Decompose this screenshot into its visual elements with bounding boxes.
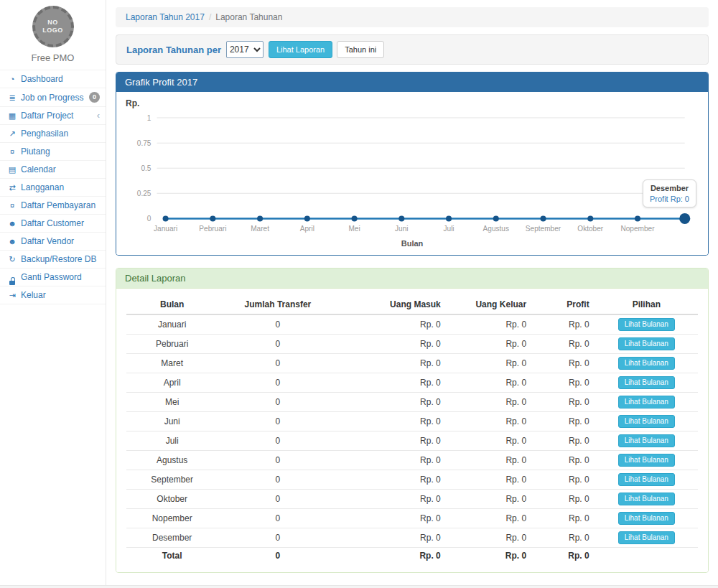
- table-cell: 0: [218, 373, 337, 392]
- table-cell: Rp. 0: [532, 431, 595, 450]
- sidebar-item-label: Daftar Vendor: [21, 236, 74, 246]
- lihat-bulanan-button[interactable]: Lihat Bulanan: [618, 434, 675, 447]
- table-cell: Mei: [126, 392, 218, 411]
- table-cell: Rp. 0: [338, 373, 447, 392]
- svg-text:September: September: [526, 225, 561, 233]
- table-cell-action: Lihat Bulanan: [595, 392, 698, 411]
- sidebar-item-daftar-vendor[interactable]: ☻Daftar Vendor: [0, 232, 106, 250]
- lihat-bulanan-button[interactable]: Lihat Bulanan: [618, 357, 675, 370]
- sidebar-menu: ◔Dashboard≣Job on Progress0▦Daftar Proje…: [0, 70, 106, 304]
- sidebar: NO LOGO Free PMO ◔Dashboard≣Job on Progr…: [0, 0, 106, 585]
- table-cell-action: Lihat Bulanan: [595, 334, 698, 353]
- sidebar-item-langganan[interactable]: ⇄Langganan: [0, 178, 106, 196]
- table-cell: 0: [218, 334, 337, 353]
- lihat-bulanan-button[interactable]: Lihat Bulanan: [618, 396, 675, 409]
- table-cell: Rp. 0: [447, 373, 532, 392]
- table-cell: Rp. 0: [532, 411, 595, 431]
- table-cell: 0: [218, 411, 337, 431]
- lihat-bulanan-button[interactable]: Lihat Bulanan: [618, 337, 675, 350]
- lihat-bulanan-button[interactable]: Lihat Bulanan: [618, 473, 675, 486]
- sidebar-item-keluar[interactable]: ⇥Keluar: [0, 286, 106, 304]
- table-cell: Rp. 0: [532, 353, 595, 373]
- sidebar-nav: ◔Dashboard≣Job on Progress0▦Daftar Proje…: [0, 70, 106, 304]
- tooltip-month: Desember: [650, 184, 689, 192]
- table-cell: Rp. 0: [447, 508, 532, 528]
- lihat-laporan-button[interactable]: Lihat Laporan: [269, 41, 332, 58]
- sidebar-item-dashboard[interactable]: ◔Dashboard: [0, 70, 106, 88]
- svg-text:Maret: Maret: [251, 225, 269, 233]
- lihat-bulanan-button[interactable]: Lihat Bulanan: [618, 493, 675, 505]
- sidebar-item-calendar[interactable]: ▤Calendar: [0, 160, 106, 178]
- table-row: Nopember0Rp. 0Rp. 0Rp. 0Lihat Bulanan: [126, 508, 698, 528]
- svg-text:0.5: 0.5: [141, 164, 151, 172]
- table-cell: Rp. 0: [532, 334, 595, 353]
- sidebar-item-daftar-customer[interactable]: ☻Daftar Customer: [0, 214, 106, 232]
- table-row: Mei0Rp. 0Rp. 0Rp. 0Lihat Bulanan: [126, 392, 698, 411]
- sidebar-item-penghasilan[interactable]: ↗Penghasilan: [0, 124, 106, 142]
- svg-text:Januari: Januari: [154, 225, 177, 233]
- table-header-row: BulanJumlah TransferUang MasukUang Kelua…: [126, 295, 698, 314]
- table-cell: Rp. 0: [338, 489, 447, 508]
- table-cell: Rp. 0: [338, 450, 447, 470]
- sidebar-item-label: Keluar: [21, 290, 46, 300]
- lihat-bulanan-button[interactable]: Lihat Bulanan: [618, 454, 675, 467]
- table-cell: Rp. 0: [447, 431, 532, 450]
- table-row: Oktober0Rp. 0Rp. 0Rp. 0Lihat Bulanan: [126, 489, 698, 508]
- table-cell: Rp. 0: [447, 314, 532, 335]
- table-cell: Agustus: [126, 450, 218, 470]
- app-window: NO LOGO Free PMO ◔Dashboard≣Job on Progr…: [0, 0, 718, 585]
- table-cell: Rp. 0: [447, 489, 532, 508]
- report-filter-bar: Laporan Tahunan per 2017 Lihat Laporan T…: [116, 34, 709, 65]
- svg-text:0: 0: [147, 215, 151, 223]
- table-cell-action: Lihat Bulanan: [595, 470, 698, 489]
- breadcrumb-link-laporan-tahun[interactable]: Laporan Tahun 2017: [126, 12, 205, 22]
- svg-text:0.75: 0.75: [137, 139, 151, 147]
- tahun-ini-button[interactable]: Tahun ini: [337, 41, 384, 58]
- table-cell: Rp. 0: [532, 489, 595, 508]
- sidebar-item-piutang[interactable]: ¤Piutang: [0, 142, 106, 160]
- table-cell: Rp. 0: [447, 411, 532, 431]
- sidebar-item-label: Job on Progress: [21, 93, 83, 103]
- column-header-profit: Profit: [532, 295, 595, 314]
- sidebar-item-label: Langganan: [21, 182, 64, 192]
- table-cell: Rp. 0: [447, 528, 532, 547]
- breadcrumb-current: Laporan Tahunan: [215, 12, 282, 22]
- sign-out-icon: ⇥: [6, 291, 18, 299]
- refresh-icon: ↻: [6, 255, 18, 263]
- sidebar-item-label: Backup/Restore DB: [21, 254, 96, 264]
- tasks-icon: ≣: [6, 93, 18, 102]
- lihat-bulanan-button[interactable]: Lihat Bulanan: [618, 531, 675, 544]
- sidebar-item-ganti-password[interactable]: Ganti Password: [0, 268, 106, 286]
- table-cell-action: Lihat Bulanan: [595, 411, 698, 431]
- table-cell: Juli: [126, 431, 218, 450]
- sidebar-item-daftar-pembayaran[interactable]: ¤Daftar Pembayaran: [0, 196, 106, 214]
- sidebar-item-label: Ganti Password: [21, 272, 82, 282]
- lihat-bulanan-button[interactable]: Lihat Bulanan: [618, 415, 675, 428]
- table-row: September0Rp. 0Rp. 0Rp. 0Lihat Bulanan: [126, 470, 698, 489]
- sidebar-item-job-on-progress[interactable]: ≣Job on Progress0: [0, 88, 106, 106]
- sidebar-item-backup-restore-db[interactable]: ↻Backup/Restore DB: [0, 250, 106, 268]
- sidebar-item-label: Calendar: [21, 164, 56, 174]
- lihat-bulanan-button[interactable]: Lihat Bulanan: [618, 318, 675, 331]
- app-logo: NO LOGO Free PMO: [0, 0, 106, 70]
- table-cell: 0: [218, 392, 337, 411]
- table-cell: 0: [218, 489, 337, 508]
- table-cell: Rp. 0: [532, 450, 595, 470]
- no-logo-badge: NO LOGO: [32, 6, 74, 47]
- year-select[interactable]: 2017: [226, 41, 264, 58]
- chart-panel-body: Rp. 00.250.50.751JanuariPebruariMaretApr…: [116, 92, 708, 255]
- table-cell: Rp. 0: [532, 470, 595, 489]
- line-chart-canvas[interactable]: 00.250.50.751JanuariPebruariMaretAprilMe…: [123, 112, 701, 238]
- total-cell-empty: [595, 547, 698, 564]
- svg-text:1: 1: [147, 114, 151, 122]
- lihat-bulanan-button[interactable]: Lihat Bulanan: [618, 512, 675, 525]
- sidebar-item-daftar-project[interactable]: ▦Daftar Project‹: [0, 106, 106, 124]
- filter-label: Laporan Tahunan per: [126, 45, 221, 55]
- table-cell: Rp. 0: [338, 508, 447, 528]
- column-header-jumlah-transfer: Jumlah Transfer: [218, 295, 337, 314]
- svg-text:Pebruari: Pebruari: [199, 225, 226, 233]
- table-cell: 0: [218, 528, 337, 547]
- lihat-bulanan-button[interactable]: Lihat Bulanan: [618, 376, 675, 389]
- table-row: Januari0Rp. 0Rp. 0Rp. 0Lihat Bulanan: [126, 314, 698, 335]
- table-cell: Rp. 0: [338, 431, 447, 450]
